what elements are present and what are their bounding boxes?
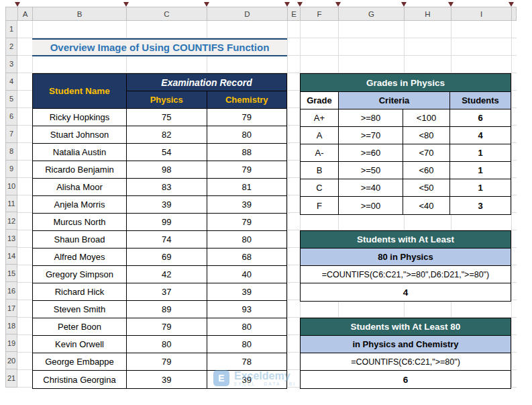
box2-subtitle-cell[interactable]: in Physics and Chemistry: [301, 336, 511, 353]
grade-cell[interactable]: A+: [301, 109, 339, 127]
chemistry-score-cell[interactable]: 39: [207, 283, 287, 301]
chemistry-score-cell[interactable]: 80: [207, 231, 287, 249]
row-header-6[interactable]: 6: [6, 108, 17, 126]
chemistry-score-cell[interactable]: 39: [207, 196, 287, 214]
row-header-15[interactable]: 15: [6, 265, 17, 282]
physics-score-cell[interactable]: 75: [127, 109, 207, 126]
sheet-title-cell[interactable]: Overview Image of Using COUNTIFS Functio…: [32, 38, 287, 56]
student-name-cell[interactable]: Kevin Orwell: [33, 336, 127, 353]
column-header-H[interactable]: H: [405, 7, 451, 20]
chemistry-score-cell[interactable]: 93: [207, 301, 287, 318]
student-name-header-cell[interactable]: Student Name: [33, 74, 127, 109]
student-name-cell[interactable]: Christina Georgina: [33, 371, 127, 388]
select-all-corner[interactable]: [6, 7, 18, 20]
criteria-high-cell[interactable]: <100: [403, 109, 450, 127]
student-name-cell[interactable]: George Embappe: [33, 353, 127, 371]
row-header-11[interactable]: 11: [6, 195, 17, 213]
column-header-G[interactable]: G: [339, 7, 405, 20]
physics-score-cell[interactable]: 99: [127, 214, 207, 231]
criteria-low-cell[interactable]: >=00: [339, 197, 403, 214]
grade-cell[interactable]: A: [301, 127, 339, 144]
student-name-cell[interactable]: Ricardo Benjamin: [33, 161, 127, 179]
criteria-high-cell[interactable]: <50: [403, 179, 450, 197]
row-header-21[interactable]: 21: [6, 369, 17, 387]
student-name-cell[interactable]: Alisha Moor: [33, 179, 127, 196]
row-header-16[interactable]: 16: [6, 282, 17, 300]
physics-score-cell[interactable]: 80: [127, 336, 207, 353]
box2-formula-cell[interactable]: =COUNTIFS(C6:C21,">=80"): [301, 353, 511, 371]
criteria-high-cell[interactable]: <60: [403, 162, 450, 179]
box1-title-cell[interactable]: Students with At Least: [301, 231, 511, 249]
physics-score-cell[interactable]: 54: [127, 144, 207, 161]
physics-score-cell[interactable]: 82: [127, 126, 207, 144]
physics-score-cell[interactable]: 79: [127, 318, 207, 336]
grade-cell[interactable]: C: [301, 179, 339, 197]
student-name-cell[interactable]: Natalia Austin: [33, 144, 127, 161]
student-name-cell[interactable]: Steven Smith: [33, 301, 127, 318]
physics-score-cell[interactable]: 83: [127, 179, 207, 196]
physics-header-cell[interactable]: Physics: [127, 91, 207, 109]
chemistry-score-cell[interactable]: 80: [207, 318, 287, 336]
chemistry-score-cell[interactable]: 88: [207, 144, 287, 161]
student-name-cell[interactable]: Alfred Moyes: [33, 249, 127, 266]
row-header-8[interactable]: 8: [6, 143, 17, 161]
chemistry-score-cell[interactable]: 78: [207, 353, 287, 371]
student-name-cell[interactable]: Anjela Morris: [33, 196, 127, 214]
column-header-I[interactable]: I: [451, 7, 512, 20]
student-count-cell[interactable]: 4: [450, 127, 511, 144]
box1-subtitle-cell[interactable]: 80 in Physics: [301, 249, 511, 266]
student-name-cell[interactable]: Ricky Hopkings: [33, 109, 127, 126]
physics-score-cell[interactable]: 39: [127, 371, 207, 388]
row-header-19[interactable]: 19: [6, 334, 17, 352]
row-header-5[interactable]: 5: [6, 91, 17, 108]
row-header-1[interactable]: 1: [6, 21, 17, 38]
grade-cell[interactable]: B: [301, 162, 339, 179]
chemistry-score-cell[interactable]: 80: [207, 336, 287, 353]
grade-cell[interactable]: F: [301, 197, 339, 214]
row-header-20[interactable]: 20: [6, 352, 17, 369]
examination-record-header-cell[interactable]: Examination Record: [127, 74, 286, 91]
chemistry-score-cell[interactable]: 80: [207, 126, 287, 144]
row-header-17[interactable]: 17: [6, 300, 17, 317]
student-name-cell[interactable]: Gregory Simpson: [33, 266, 127, 283]
physics-score-cell[interactable]: 89: [127, 301, 207, 318]
box2-result-cell[interactable]: 6: [301, 371, 511, 388]
column-header-E[interactable]: E: [288, 7, 301, 20]
row-header-12[interactable]: 12: [6, 212, 17, 230]
criteria-high-cell[interactable]: <70: [403, 144, 450, 162]
grades-table-title-cell[interactable]: Grades in Physics: [301, 74, 511, 92]
student-name-cell[interactable]: Shaun Broad: [33, 231, 127, 249]
student-count-cell[interactable]: 1: [450, 179, 511, 197]
box1-result-cell[interactable]: 4: [301, 283, 511, 301]
row-header-18[interactable]: 18: [6, 317, 17, 334]
student-name-cell[interactable]: Peter Boon: [33, 318, 127, 336]
criteria-low-cell[interactable]: >=40: [339, 179, 403, 197]
grade-header-cell[interactable]: Grade: [301, 92, 339, 109]
chemistry-score-cell[interactable]: 79: [207, 161, 287, 179]
physics-score-cell[interactable]: 79: [127, 353, 207, 371]
column-header-B[interactable]: B: [33, 7, 127, 20]
physics-score-cell[interactable]: 74: [127, 231, 207, 249]
student-name-cell[interactable]: Murcus North: [33, 214, 127, 231]
chemistry-header-cell[interactable]: Chemistry: [207, 91, 287, 109]
criteria-low-cell[interactable]: >=80: [339, 109, 403, 127]
criteria-header-cell[interactable]: Criteria: [339, 92, 450, 109]
row-header-4[interactable]: 4: [6, 73, 17, 91]
physics-score-cell[interactable]: 98: [127, 161, 207, 179]
criteria-low-cell[interactable]: >=60: [339, 144, 403, 162]
physics-score-cell[interactable]: 69: [127, 249, 207, 266]
chemistry-score-cell[interactable]: 68: [207, 249, 287, 266]
box1-formula-cell[interactable]: =COUNTIFS(C6:C21,">=80",D6:D21,">=80"): [301, 266, 511, 283]
chemistry-score-cell[interactable]: 81: [207, 179, 287, 196]
students-header-cell[interactable]: Students: [450, 92, 511, 109]
column-header-D[interactable]: D: [207, 7, 288, 20]
chemistry-score-cell[interactable]: 40: [207, 266, 287, 283]
row-header-14[interactable]: 14: [6, 247, 17, 265]
criteria-low-cell[interactable]: >=70: [339, 127, 403, 144]
row-header-3[interactable]: 3: [6, 56, 17, 73]
student-name-cell[interactable]: Stuart Johnson: [33, 126, 127, 144]
chemistry-score-cell[interactable]: 79: [207, 109, 287, 126]
row-header-7[interactable]: 7: [6, 126, 17, 143]
row-header-2[interactable]: 2: [6, 38, 17, 56]
physics-score-cell[interactable]: 39: [127, 196, 207, 214]
